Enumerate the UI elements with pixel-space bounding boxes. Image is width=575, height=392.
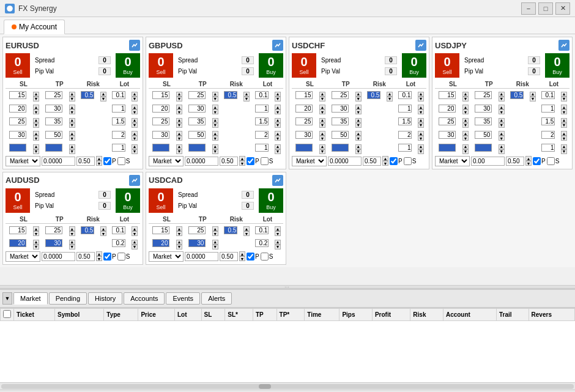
lot-up[interactable]: ▲ (275, 131, 281, 136)
lot-down[interactable]: ▼ (275, 231, 281, 236)
lot-up[interactable]: ▲ (132, 144, 138, 149)
lot-down[interactable]: ▼ (561, 136, 567, 141)
lot-down[interactable]: ▼ (561, 109, 567, 114)
tp-input[interactable] (188, 117, 206, 125)
lot-spin-down-usdchf[interactable]: ▼ (382, 161, 388, 166)
sl-input[interactable] (152, 239, 169, 247)
lot-up[interactable]: ▲ (561, 92, 567, 97)
risk-up[interactable]: ▲ (100, 226, 106, 231)
sl-up[interactable]: ▲ (462, 144, 469, 149)
panel-icon-usdchf[interactable] (415, 40, 426, 51)
tab-history[interactable]: History (88, 292, 122, 305)
sl-input[interactable] (9, 144, 26, 152)
lot-input[interactable] (398, 105, 412, 113)
sl-down[interactable]: ▼ (176, 231, 182, 236)
market-select-audusd[interactable]: Market (6, 251, 40, 262)
lot-input[interactable] (112, 105, 125, 113)
sl-up[interactable]: ▲ (33, 131, 39, 136)
lot-input[interactable] (541, 117, 555, 125)
tp-up[interactable]: ▲ (212, 144, 218, 149)
select-all-checkbox[interactable] (3, 310, 11, 318)
tp-input[interactable] (332, 131, 349, 139)
buy-box-audusd[interactable]: 0 Buy (116, 188, 140, 213)
lot-input[interactable] (398, 144, 412, 152)
lot-spin-down-gbpusd[interactable]: ▼ (239, 161, 245, 166)
lot-bottom-field-eurusd[interactable] (76, 157, 95, 166)
tp-input[interactable] (475, 144, 492, 152)
tp-input[interactable] (188, 131, 206, 139)
tab-events[interactable]: Events (166, 292, 200, 305)
buy-box-usdchf[interactable]: 0 Buy (402, 53, 426, 78)
sl-down[interactable]: ▼ (176, 136, 182, 141)
tabs-dropdown-arrow[interactable]: ▼ (2, 292, 12, 305)
p-checkbox-usdchf[interactable] (390, 157, 398, 165)
tp-input[interactable] (188, 226, 206, 234)
lot-up[interactable]: ▲ (275, 118, 281, 123)
tp-input[interactable] (332, 91, 349, 99)
sl-down[interactable]: ▼ (462, 136, 469, 141)
buy-box-eurusd[interactable]: 0 Buy (116, 53, 140, 78)
lot-up[interactable]: ▲ (418, 131, 424, 136)
tp-up[interactable]: ▲ (212, 131, 218, 136)
sl-up[interactable]: ▲ (176, 131, 182, 136)
risk-input[interactable] (367, 91, 380, 99)
lot-spin-down-audusd[interactable]: ▼ (96, 256, 102, 261)
lot-spin-down-eurusd[interactable]: ▼ (96, 161, 102, 166)
sl-down[interactable]: ▼ (462, 97, 469, 102)
lot-down[interactable]: ▼ (275, 123, 281, 128)
lot-spin-up-usdjpy[interactable]: ▲ (525, 156, 532, 161)
tp-up[interactable]: ▲ (69, 131, 75, 136)
tp-down[interactable]: ▼ (355, 149, 362, 154)
risk-up[interactable]: ▲ (387, 92, 393, 97)
lot-input[interactable] (255, 144, 269, 152)
lot-input[interactable] (541, 131, 555, 139)
sl-down[interactable]: ▼ (462, 149, 469, 154)
sl-input[interactable] (295, 105, 313, 113)
sl-down[interactable]: ▼ (33, 97, 39, 102)
tp-input[interactable] (45, 117, 62, 125)
tp-down[interactable]: ▼ (355, 109, 362, 114)
tp-up[interactable]: ▲ (355, 118, 362, 123)
tp-input[interactable] (45, 144, 62, 152)
tp-input[interactable] (45, 105, 62, 113)
sl-up[interactable]: ▲ (319, 92, 325, 97)
sell-box-usdcad[interactable]: 0 Sell (149, 188, 173, 213)
lot-bottom-field-audusd[interactable] (76, 252, 95, 261)
tp-down[interactable]: ▼ (355, 97, 362, 102)
sl-up[interactable]: ▲ (33, 118, 39, 123)
tp-up[interactable]: ▲ (499, 144, 505, 149)
minimize-button[interactable]: − (521, 2, 536, 15)
sl-up[interactable]: ▲ (33, 144, 39, 149)
lot-up[interactable]: ▲ (561, 105, 567, 109)
tp-up[interactable]: ▲ (499, 92, 505, 97)
risk-down[interactable]: ▼ (100, 97, 106, 102)
sl-input[interactable] (439, 105, 456, 113)
lot-spin-down-usdjpy[interactable]: ▼ (525, 161, 532, 166)
tp-up[interactable]: ▲ (499, 105, 505, 109)
sl-up[interactable]: ▲ (462, 118, 469, 123)
tp-input[interactable] (475, 91, 492, 99)
market-select-eurusd[interactable]: Market (6, 156, 40, 166)
lot-down[interactable]: ▼ (132, 123, 138, 128)
lot-down[interactable]: ▼ (561, 149, 567, 154)
sell-box-usdjpy[interactable]: 0 Sell (435, 53, 459, 78)
sl-input[interactable] (9, 131, 26, 139)
lot-spin-up-usdchf[interactable]: ▲ (382, 156, 388, 161)
sl-input[interactable] (152, 91, 169, 99)
tp-down[interactable]: ▼ (212, 149, 218, 154)
panel-icon-usdcad[interactable] (272, 175, 283, 186)
sl-down[interactable]: ▼ (33, 245, 39, 250)
tp-input[interactable] (45, 91, 62, 99)
lot-input[interactable] (112, 226, 125, 234)
tp-down[interactable]: ▼ (69, 136, 75, 141)
sl-up[interactable]: ▲ (176, 105, 182, 109)
risk-input[interactable] (224, 91, 237, 99)
lot-bottom-field-usdcad[interactable] (220, 252, 238, 261)
sell-box-gbpusd[interactable]: 0 Sell (149, 53, 173, 78)
sl-input[interactable] (439, 144, 456, 152)
sl-up[interactable]: ▲ (462, 92, 469, 97)
s-checkbox-eurusd[interactable] (117, 157, 125, 165)
sl-input[interactable] (295, 117, 313, 125)
lot-down[interactable]: ▼ (561, 97, 567, 102)
tp-input[interactable] (475, 105, 492, 113)
